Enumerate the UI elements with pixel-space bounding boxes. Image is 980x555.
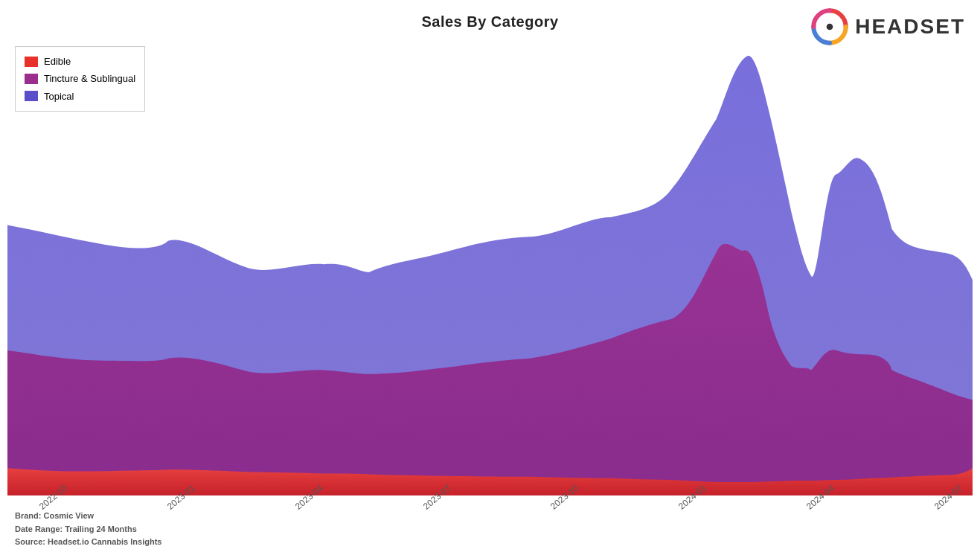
footer-date-value: Trailing 24 Months — [65, 524, 137, 533]
headset-logo-text: HEADSET — [855, 15, 965, 39]
footer-date: Date Range: Trailing 24 Months — [15, 523, 161, 536]
chart-svg-area — [7, 41, 973, 495]
footer-brand-value: Cosmic View — [44, 511, 95, 520]
footer-info: Brand: Cosmic View Date Range: Trailing … — [15, 510, 161, 549]
chart-container: Sales By Category HEADSET Edible Tinctur… — [0, 0, 980, 555]
footer-brand: Brand: Cosmic View — [15, 510, 161, 523]
footer-source-value: Headset.io Cannabis Insights — [48, 537, 161, 546]
footer-source: Source: Headset.io Cannabis Insights — [15, 536, 161, 549]
footer-date-label: Date Range: — [15, 524, 63, 533]
svg-point-1 — [827, 24, 833, 31]
footer-brand-label: Brand: — [15, 511, 41, 520]
chart-svg — [7, 41, 973, 495]
footer-source-label: Source: — [15, 537, 45, 546]
x-axis-labels: 2022-10 2023-01 2023-04 2023-07 2023-10 … — [30, 493, 965, 514]
